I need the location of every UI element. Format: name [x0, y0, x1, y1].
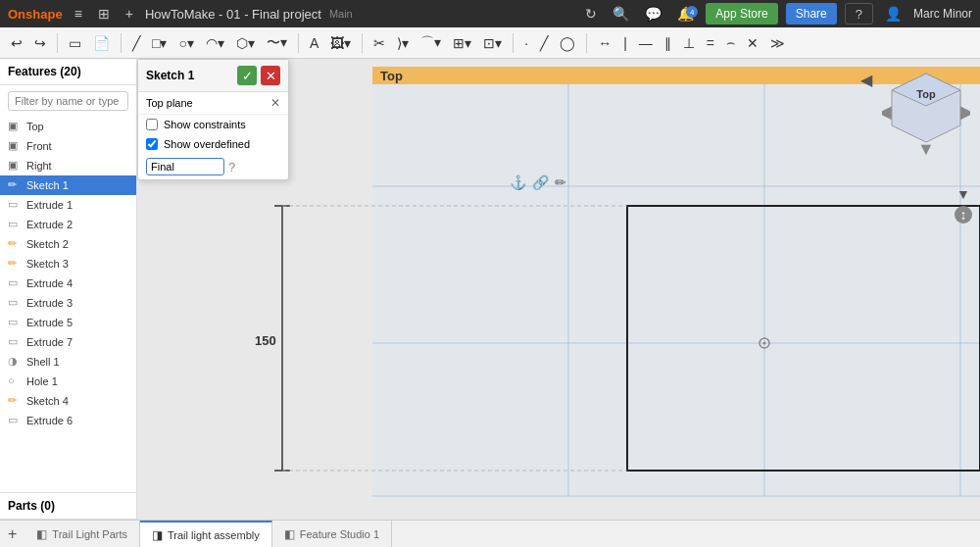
plane-row: Top plane ✕ — [138, 92, 288, 115]
feature-icon-folder: ▣ — [8, 159, 22, 173]
line-tool[interactable]: ╱ — [127, 32, 145, 54]
polygon-tool[interactable]: ⬡▾ — [231, 32, 260, 54]
feature-item-sketch-1[interactable]: ✏Sketch 1 — [0, 175, 136, 195]
feature-item-extrude-6[interactable]: ▭Extrude 6 — [0, 411, 136, 430]
feature-icon-extrude: ▭ — [8, 316, 22, 329]
box-tool[interactable]: ▭ — [64, 32, 86, 54]
final-input[interactable] — [146, 158, 224, 175]
feature-icon-sketch: ✏ — [8, 178, 22, 192]
feature-label: Extrude 7 — [26, 336, 73, 348]
feature-item-top[interactable]: ▣Top — [0, 117, 136, 136]
view-rotate-prev[interactable]: ◀ — [860, 71, 872, 89]
tangent-tool[interactable]: ⌢ — [721, 31, 740, 54]
vertical-tool[interactable]: | — [618, 32, 632, 54]
more-tool[interactable]: ≫ — [765, 32, 790, 54]
plane-label: Top plane — [146, 97, 267, 109]
rect-tool[interactable]: □▾ — [147, 32, 172, 54]
sketch-cancel-button[interactable]: ✕ — [261, 66, 280, 85]
feature-filter-input[interactable] — [8, 91, 128, 111]
logo: Onshape — [8, 7, 63, 22]
tab-icon-studio: ◧ — [284, 527, 295, 541]
feature-item-front[interactable]: ▣Front — [0, 136, 136, 156]
feature-icon-hole: ○ — [8, 374, 22, 388]
topbar: Onshape ≡ ⊞ + HowToMake - 01 - Final pro… — [0, 0, 980, 27]
share-button[interactable]: Share — [786, 3, 837, 25]
sketch-help-button[interactable]: ? — [228, 160, 235, 174]
show-constraints-checkbox[interactable] — [146, 119, 158, 130]
show-overdefined-checkbox[interactable] — [146, 138, 158, 150]
trim-tool[interactable]: ✂ — [368, 32, 390, 54]
feature-label: Extrude 6 — [26, 415, 73, 426]
final-row: ? — [138, 154, 288, 179]
equal-tool[interactable]: = — [702, 32, 719, 54]
point-tool[interactable]: · — [519, 32, 533, 54]
user-avatar-icon[interactable]: 👤 — [881, 6, 906, 22]
feature-item-extrude-1[interactable]: ▭Extrude 1 — [0, 195, 136, 215]
file-tool[interactable]: 📄 — [88, 32, 115, 54]
feature-label: Front — [26, 140, 52, 152]
tab-feature-studio[interactable]: ◧ Feature Studio 1 — [272, 521, 392, 547]
transform-tool[interactable]: ⊡▾ — [478, 32, 507, 54]
feature-icon-extrude: ▭ — [8, 335, 22, 349]
feature-item-sketch-2[interactable]: ✏Sketch 2 — [0, 234, 136, 254]
grid-icon-button[interactable]: ⊞ — [94, 6, 114, 22]
feature-item-extrude-4[interactable]: ▭Extrude 4 — [0, 274, 136, 293]
help-button[interactable]: ? — [845, 3, 873, 25]
fillet-tool[interactable]: ⌒▾ — [416, 31, 446, 55]
feature-item-extrude-7[interactable]: ▭Extrude 7 — [0, 332, 136, 352]
view-controls: ◀ — [860, 71, 872, 89]
view-cursor-icon[interactable]: ↕ — [955, 206, 972, 224]
coincident-tool[interactable]: ✕ — [742, 32, 763, 54]
main-layout: Features (20) ▣Top▣Front▣Right✏Sketch 1▭… — [0, 59, 980, 520]
sync-icon[interactable]: ↻ — [581, 6, 601, 22]
branch-label: Main — [329, 8, 353, 20]
feature-item-extrude-2[interactable]: ▭Extrude 2 — [0, 215, 136, 234]
horizontal-tool[interactable]: — — [634, 32, 658, 54]
feature-label: Top — [26, 121, 44, 132]
show-constraints-label: Show constraints — [164, 119, 246, 130]
chat-icon[interactable]: 💬 — [641, 6, 665, 22]
svg-text:▶: ▶ — [960, 102, 970, 122]
feature-item-sketch-4[interactable]: ✏Sketch 4 — [0, 391, 136, 411]
pattern-tool[interactable]: ⊞▾ — [448, 32, 476, 54]
feature-item-shell-1[interactable]: ◑Shell 1 — [0, 352, 136, 372]
appstore-button[interactable]: App Store — [706, 3, 777, 25]
link-icon[interactable]: 🔗 — [532, 174, 549, 190]
tab-trail-light-parts[interactable]: ◧ Trail Light Parts — [24, 521, 140, 547]
sketch-panel: Sketch 1 ✓ ✕ Top plane ✕ Show constraint… — [137, 59, 289, 180]
view-side-controls: ▼ ↕ — [955, 186, 972, 224]
view-expand-button[interactable]: ▼ — [955, 186, 972, 202]
text-tool[interactable]: A — [305, 32, 323, 54]
feature-item-sketch-3[interactable]: ✏Sketch 3 — [0, 254, 136, 274]
construction-tool[interactable]: ╱ — [535, 32, 553, 54]
image-tool[interactable]: 🖼▾ — [325, 32, 356, 54]
pen-icon[interactable]: ✏ — [555, 174, 566, 190]
notification-icon[interactable]: 🔔4 — [673, 6, 698, 22]
search-icon[interactable]: 🔍 — [609, 6, 633, 22]
feature-icon-extrude: ▭ — [8, 276, 22, 290]
anchor-icon[interactable]: ⚓ — [510, 174, 526, 190]
add-tab-button[interactable]: + — [0, 522, 24, 547]
feature-label: Extrude 2 — [26, 219, 73, 230]
redo-button[interactable]: ↪ — [29, 32, 51, 54]
use-tool[interactable]: ◯ — [555, 32, 580, 54]
notification-badge: 4 — [686, 6, 698, 18]
circle-tool[interactable]: ○▾ — [173, 32, 198, 54]
hamburger-button[interactable]: ≡ — [71, 6, 86, 22]
parallel-tool[interactable]: ∥ — [660, 32, 676, 54]
dim-tool[interactable]: ↔ — [593, 32, 616, 54]
feature-item-hole-1[interactable]: ○Hole 1 — [0, 372, 136, 391]
sketch-confirm-button[interactable]: ✓ — [237, 66, 257, 85]
feature-item-extrude-5[interactable]: ▭Extrude 5 — [0, 313, 136, 332]
add-tab-button[interactable]: + — [122, 6, 137, 22]
feature-item-extrude-3[interactable]: ▭Extrude 3 — [0, 293, 136, 313]
arc-tool[interactable]: ◠▾ — [201, 32, 229, 54]
plane-close-button[interactable]: ✕ — [270, 96, 280, 110]
undo-button[interactable]: ↩ — [6, 32, 27, 54]
constraint-tool[interactable]: ⊥ — [678, 32, 700, 54]
tab-trail-light-assembly[interactable]: ◨ Trail light assembly — [140, 521, 272, 547]
view-cube[interactable]: Top ▼ ◀ ▶ — [882, 69, 970, 157]
feature-item-right[interactable]: ▣Right — [0, 156, 136, 175]
spline-tool[interactable]: 〜▾ — [262, 31, 292, 55]
extend-tool[interactable]: ⟩▾ — [392, 32, 414, 54]
